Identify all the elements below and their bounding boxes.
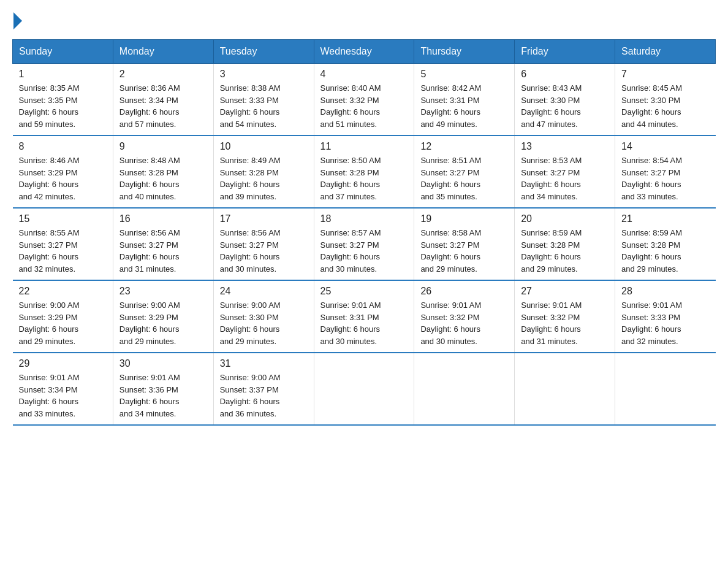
day-info: Sunrise: 9:01 AMSunset: 3:32 PMDaylight:…	[420, 301, 481, 346]
day-info: Sunrise: 8:40 AMSunset: 3:32 PMDaylight:…	[320, 83, 381, 129]
day-number: 8	[19, 141, 107, 152]
week-row-4: 22 Sunrise: 9:00 AMSunset: 3:29 PMDaylig…	[13, 280, 716, 353]
calendar-cell: 19 Sunrise: 8:58 AMSunset: 3:27 PMDaylig…	[414, 208, 515, 280]
day-info: Sunrise: 8:45 AMSunset: 3:30 PMDaylight:…	[621, 83, 682, 129]
calendar-cell	[615, 353, 716, 425]
week-row-5: 29 Sunrise: 9:01 AMSunset: 3:34 PMDaylig…	[13, 353, 716, 425]
day-number: 29	[19, 358, 107, 369]
calendar-body: 1 Sunrise: 8:35 AMSunset: 3:35 PMDayligh…	[13, 64, 716, 426]
day-info: Sunrise: 8:54 AMSunset: 3:27 PMDaylight:…	[621, 156, 682, 201]
calendar-cell: 9 Sunrise: 8:48 AMSunset: 3:28 PMDayligh…	[113, 136, 213, 208]
day-number: 22	[19, 286, 107, 297]
day-info: Sunrise: 9:01 AMSunset: 3:31 PMDaylight:…	[320, 301, 381, 346]
day-number: 31	[220, 358, 308, 369]
weekday-header-tuesday: Tuesday	[213, 40, 314, 64]
calendar-cell: 22 Sunrise: 9:00 AMSunset: 3:29 PMDaylig…	[13, 280, 113, 353]
day-info: Sunrise: 8:42 AMSunset: 3:31 PMDaylight:…	[420, 83, 481, 129]
day-info: Sunrise: 8:59 AMSunset: 3:28 PMDaylight:…	[521, 228, 582, 274]
calendar-cell: 4 Sunrise: 8:40 AMSunset: 3:32 PMDayligh…	[314, 64, 414, 136]
day-number: 11	[320, 141, 408, 152]
weekday-header-saturday: Saturday	[615, 40, 716, 64]
calendar-cell: 5 Sunrise: 8:42 AMSunset: 3:31 PMDayligh…	[414, 64, 515, 136]
week-row-1: 1 Sunrise: 8:35 AMSunset: 3:35 PMDayligh…	[13, 64, 716, 136]
calendar-cell	[414, 353, 515, 425]
calendar-cell: 3 Sunrise: 8:38 AMSunset: 3:33 PMDayligh…	[213, 64, 314, 136]
day-number: 10	[220, 141, 308, 152]
day-info: Sunrise: 9:00 AMSunset: 3:29 PMDaylight:…	[19, 301, 80, 346]
calendar-cell: 12 Sunrise: 8:51 AMSunset: 3:27 PMDaylig…	[414, 136, 515, 208]
day-number: 23	[119, 286, 207, 297]
week-row-2: 8 Sunrise: 8:46 AMSunset: 3:29 PMDayligh…	[13, 136, 716, 208]
day-info: Sunrise: 8:38 AMSunset: 3:33 PMDaylight:…	[220, 83, 281, 129]
calendar-cell: 26 Sunrise: 9:01 AMSunset: 3:32 PMDaylig…	[414, 280, 515, 353]
day-number: 27	[521, 286, 609, 297]
calendar-cell: 11 Sunrise: 8:50 AMSunset: 3:28 PMDaylig…	[314, 136, 414, 208]
day-info: Sunrise: 8:36 AMSunset: 3:34 PMDaylight:…	[119, 83, 180, 129]
day-info: Sunrise: 8:53 AMSunset: 3:27 PMDaylight:…	[521, 156, 582, 201]
calendar-table: SundayMondayTuesdayWednesdayThursdayFrid…	[12, 39, 716, 426]
weekday-header-monday: Monday	[113, 40, 213, 64]
day-number: 3	[220, 69, 308, 80]
day-number: 25	[320, 286, 408, 297]
calendar-cell: 17 Sunrise: 8:56 AMSunset: 3:27 PMDaylig…	[213, 208, 314, 280]
day-info: Sunrise: 8:35 AMSunset: 3:35 PMDaylight:…	[19, 83, 80, 129]
day-info: Sunrise: 9:00 AMSunset: 3:30 PMDaylight:…	[220, 301, 281, 346]
day-info: Sunrise: 8:57 AMSunset: 3:27 PMDaylight:…	[320, 228, 381, 274]
day-number: 5	[420, 69, 508, 80]
day-info: Sunrise: 8:43 AMSunset: 3:30 PMDaylight:…	[521, 83, 582, 129]
calendar-cell: 6 Sunrise: 8:43 AMSunset: 3:30 PMDayligh…	[515, 64, 615, 136]
calendar-cell: 28 Sunrise: 9:01 AMSunset: 3:33 PMDaylig…	[615, 280, 716, 353]
calendar-cell: 1 Sunrise: 8:35 AMSunset: 3:35 PMDayligh…	[13, 64, 113, 136]
day-info: Sunrise: 8:50 AMSunset: 3:28 PMDaylight:…	[320, 156, 381, 201]
calendar-cell: 15 Sunrise: 8:55 AMSunset: 3:27 PMDaylig…	[13, 208, 113, 280]
day-info: Sunrise: 9:01 AMSunset: 3:32 PMDaylight:…	[521, 301, 582, 346]
day-number: 4	[320, 69, 408, 80]
calendar-cell: 18 Sunrise: 8:57 AMSunset: 3:27 PMDaylig…	[314, 208, 414, 280]
day-number: 17	[220, 213, 308, 224]
calendar-cell: 29 Sunrise: 9:01 AMSunset: 3:34 PMDaylig…	[13, 353, 113, 425]
day-number: 14	[621, 141, 709, 152]
calendar-cell: 16 Sunrise: 8:56 AMSunset: 3:27 PMDaylig…	[113, 208, 213, 280]
calendar-cell: 2 Sunrise: 8:36 AMSunset: 3:34 PMDayligh…	[113, 64, 213, 136]
logo	[12, 12, 23, 29]
day-number: 19	[420, 213, 508, 224]
calendar-cell	[314, 353, 414, 425]
weekday-header-sunday: Sunday	[13, 40, 113, 64]
day-info: Sunrise: 8:59 AMSunset: 3:28 PMDaylight:…	[621, 228, 682, 274]
calendar-cell: 21 Sunrise: 8:59 AMSunset: 3:28 PMDaylig…	[615, 208, 716, 280]
day-number: 30	[119, 358, 207, 369]
calendar-cell: 31 Sunrise: 9:00 AMSunset: 3:37 PMDaylig…	[213, 353, 314, 425]
day-info: Sunrise: 9:01 AMSunset: 3:36 PMDaylight:…	[119, 373, 180, 418]
day-info: Sunrise: 8:51 AMSunset: 3:27 PMDaylight:…	[420, 156, 481, 201]
page-header	[12, 12, 716, 29]
calendar-cell: 7 Sunrise: 8:45 AMSunset: 3:30 PMDayligh…	[615, 64, 716, 136]
day-number: 2	[119, 69, 207, 80]
day-info: Sunrise: 9:01 AMSunset: 3:34 PMDaylight:…	[19, 373, 80, 418]
day-info: Sunrise: 9:00 AMSunset: 3:37 PMDaylight:…	[220, 373, 281, 418]
calendar-cell: 24 Sunrise: 9:00 AMSunset: 3:30 PMDaylig…	[213, 280, 314, 353]
calendar-cell	[515, 353, 615, 425]
day-number: 7	[621, 69, 709, 80]
calendar-cell: 10 Sunrise: 8:49 AMSunset: 3:28 PMDaylig…	[213, 136, 314, 208]
calendar-cell: 23 Sunrise: 9:00 AMSunset: 3:29 PMDaylig…	[113, 280, 213, 353]
day-number: 1	[19, 69, 107, 80]
calendar-cell: 13 Sunrise: 8:53 AMSunset: 3:27 PMDaylig…	[515, 136, 615, 208]
day-info: Sunrise: 9:01 AMSunset: 3:33 PMDaylight:…	[621, 301, 682, 346]
weekday-header-thursday: Thursday	[414, 40, 515, 64]
day-number: 9	[119, 141, 207, 152]
day-number: 28	[621, 286, 709, 297]
day-number: 18	[320, 213, 408, 224]
day-info: Sunrise: 8:48 AMSunset: 3:28 PMDaylight:…	[119, 156, 180, 201]
calendar-cell: 25 Sunrise: 9:01 AMSunset: 3:31 PMDaylig…	[314, 280, 414, 353]
logo-arrow-icon	[13, 12, 22, 29]
calendar-cell: 8 Sunrise: 8:46 AMSunset: 3:29 PMDayligh…	[13, 136, 113, 208]
day-number: 13	[521, 141, 609, 152]
calendar-header: SundayMondayTuesdayWednesdayThursdayFrid…	[13, 40, 716, 64]
day-info: Sunrise: 8:56 AMSunset: 3:27 PMDaylight:…	[119, 228, 180, 274]
weekday-row: SundayMondayTuesdayWednesdayThursdayFrid…	[13, 40, 716, 64]
day-info: Sunrise: 8:49 AMSunset: 3:28 PMDaylight:…	[220, 156, 281, 201]
calendar-cell: 20 Sunrise: 8:59 AMSunset: 3:28 PMDaylig…	[515, 208, 615, 280]
day-info: Sunrise: 8:56 AMSunset: 3:27 PMDaylight:…	[220, 228, 281, 274]
calendar-cell: 27 Sunrise: 9:01 AMSunset: 3:32 PMDaylig…	[515, 280, 615, 353]
weekday-header-friday: Friday	[515, 40, 615, 64]
